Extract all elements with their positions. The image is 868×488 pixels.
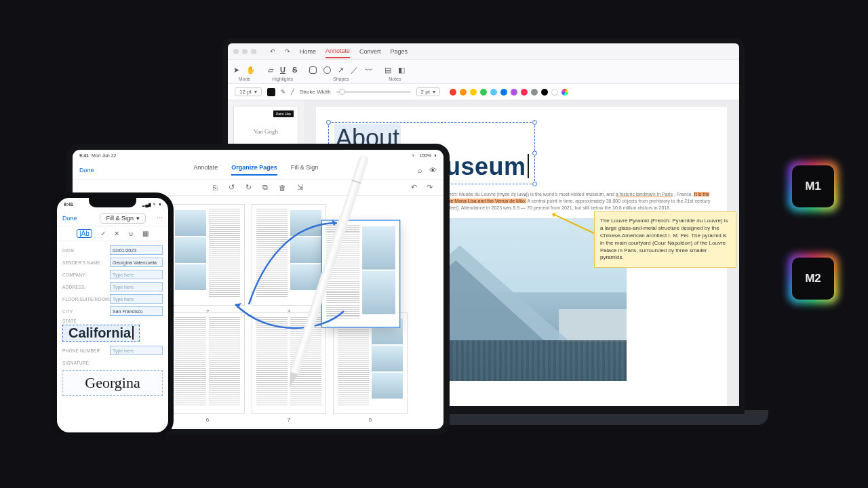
- form-row: PHONE NUMBERType here: [62, 344, 163, 357]
- underline-icon[interactable]: U: [280, 66, 285, 74]
- highlight-icon[interactable]: ▱: [268, 66, 273, 75]
- form-field[interactable]: 02/01/2023: [110, 245, 163, 255]
- form-row: FLOOR/SUITE/ROOM:Type here: [62, 293, 163, 305]
- stroke-width-field[interactable]: 2 pt▾: [416, 87, 440, 96]
- iphone-nav-bar: Done Fill & Sign▾ ⋯: [57, 210, 168, 226]
- color-picker-icon: [561, 89, 568, 96]
- tab-annotate[interactable]: Annotate: [193, 164, 218, 176]
- form-row: STATE: [62, 319, 163, 323]
- page-thumbnail[interactable]: 8: [333, 312, 408, 414]
- page-thumbnail[interactable]: 6: [170, 312, 245, 414]
- wifi-icon: ᯤ: [153, 202, 157, 207]
- form-field[interactable]: Type here: [110, 346, 163, 355]
- tab-home[interactable]: Home: [300, 45, 316, 58]
- cross-icon[interactable]: ✕: [114, 230, 119, 237]
- duplicate-icon[interactable]: ⧉: [262, 183, 268, 192]
- annotation-note[interactable]: The Louvre Pyramid (French: Pyramide du …: [594, 211, 736, 268]
- battery-icon: ▮: [434, 153, 437, 158]
- form-row: SIGNATURE:: [62, 357, 163, 369]
- form-field[interactable]: Type here: [110, 294, 163, 304]
- tool-group-shapes: ↗ ／ 〰 Shapes: [309, 64, 372, 83]
- battery-icon: ▮: [159, 202, 161, 207]
- form-field[interactable]: San Francisco: [110, 306, 163, 316]
- signal-icon: ▂▄▆: [142, 202, 151, 207]
- insert-page-icon[interactable]: ⎘: [213, 184, 218, 192]
- profile-icon[interactable]: ☺: [127, 230, 134, 237]
- ipad-status-bar: 9:41 Mon Jun 22 ᯤ 100% ▮: [73, 150, 443, 161]
- extract-icon[interactable]: ⇲: [297, 183, 303, 192]
- mode-selector[interactable]: Fill & Sign▾: [100, 213, 146, 224]
- apple-m2-chip-badge: M2: [792, 258, 834, 300]
- form-field[interactable]: Georgina Valenzuela: [110, 258, 163, 267]
- mac-tab-bar: ↶ ↷ Home Annotate Convert Pages: [228, 43, 739, 60]
- chevron-down-icon: ▾: [136, 215, 140, 222]
- stroke-width-label: Stroke Width: [300, 89, 331, 95]
- tool-group-notes: ▤ ◧ Notes: [384, 64, 405, 83]
- signature-field[interactable]: Georgina: [62, 370, 163, 396]
- form-row: COMPANY:Type here: [62, 268, 163, 281]
- form-field[interactable]: Type here: [110, 282, 163, 291]
- iphone-fill-toolbar: |Ab ✓ ✕ ☺ ▦: [57, 226, 168, 241]
- fill-color-swatch[interactable]: [267, 88, 275, 96]
- font-size-field[interactable]: 12 pt▾: [235, 87, 262, 96]
- ipad-nav-bar: Done Annotate Organize Pages Fill & Sign…: [73, 161, 443, 180]
- form-field[interactable]: Type here: [110, 270, 163, 279]
- line-tool-icon[interactable]: ╱: [291, 89, 294, 95]
- text-field-tool-icon[interactable]: |Ab: [77, 229, 92, 238]
- rotate-right-icon[interactable]: ↻: [245, 183, 252, 192]
- chevron-down-icon: ▾: [433, 89, 435, 95]
- form-row: SENDER'S NAMEGeorgina Valenzuela: [62, 256, 163, 268]
- text-cursor: [528, 154, 529, 178]
- page-thumbnail[interactable]: 3: [252, 204, 326, 306]
- window-controls[interactable]: [233, 49, 256, 54]
- chevron-down-icon: ▾: [254, 89, 257, 95]
- form-row: DATE02/01/2023: [62, 244, 163, 256]
- delete-icon[interactable]: 🗑: [279, 184, 286, 192]
- redo-icon[interactable]: ↷: [285, 48, 290, 55]
- image-icon[interactable]: ▦: [142, 230, 149, 237]
- hand-icon[interactable]: ✋: [246, 66, 256, 75]
- text-cursor: [132, 326, 134, 340]
- more-icon[interactable]: ⋯: [157, 215, 163, 222]
- rotate-left-icon[interactable]: ↺: [229, 183, 235, 192]
- tab-annotate[interactable]: Annotate: [326, 45, 350, 58]
- page-thumbnail[interactable]: 7: [252, 312, 326, 414]
- form-row: CITYSan Francisco: [62, 305, 163, 317]
- form-area: DATE02/01/2023 SENDER'S NAMEGeorgina Val…: [57, 241, 168, 399]
- mac-ribbon: ➤ ✋ Mode ▱ U S Highlights ↗ ／: [228, 60, 739, 84]
- arrow-icon[interactable]: ↗: [338, 66, 344, 75]
- iphone-device: 9:41 ▂▄▆ ᯤ ▮ Done Fill & Sign▾ ⋯ |Ab ✓ ✕…: [52, 192, 174, 438]
- apple-m1-chip-badge: M1: [792, 165, 834, 207]
- tab-convert[interactable]: Convert: [359, 45, 381, 58]
- form-row: ADDRESS:Type here: [62, 281, 163, 293]
- mac-format-bar: 12 pt▾ ✎ ╱ Stroke Width 2 pt▾: [228, 84, 739, 100]
- sticky-icon[interactable]: ◧: [398, 66, 405, 75]
- page-thumbnail[interactable]: 2: [170, 204, 245, 306]
- tool-group-mode: ➤ ✋ Mode: [233, 64, 256, 83]
- undo-icon[interactable]: ↶: [270, 48, 275, 55]
- tool-group-highlights: ▱ U S Highlights: [268, 64, 297, 83]
- tab-organize-pages[interactable]: Organize Pages: [231, 164, 277, 176]
- color-palette[interactable]: [450, 89, 568, 96]
- pen-icon[interactable]: ✎: [281, 89, 285, 95]
- view-icon[interactable]: 👁: [429, 166, 437, 174]
- redo-icon[interactable]: ↷: [427, 183, 433, 192]
- iphone-notch: [89, 198, 136, 207]
- line-icon[interactable]: ／: [351, 65, 358, 75]
- undo-icon[interactable]: ↶: [411, 183, 417, 192]
- strike-icon[interactable]: S: [292, 66, 297, 74]
- rounded-rect-icon[interactable]: [309, 66, 317, 74]
- circle-icon[interactable]: [323, 66, 331, 74]
- note-icon[interactable]: ▤: [384, 66, 391, 75]
- tab-fill-sign[interactable]: Fill & Sign: [291, 164, 319, 176]
- checkmark-icon[interactable]: ✓: [100, 230, 106, 237]
- done-button[interactable]: Done: [79, 167, 94, 174]
- search-icon[interactable]: ⌕: [418, 166, 422, 174]
- done-button[interactable]: Done: [62, 215, 77, 222]
- stroke-width-slider[interactable]: [336, 91, 411, 93]
- cursor-icon[interactable]: ➤: [233, 66, 239, 75]
- freehand-icon[interactable]: 〰: [365, 66, 372, 74]
- tab-pages[interactable]: Pages: [391, 45, 408, 58]
- wifi-icon: ᯤ: [412, 153, 416, 158]
- active-text-field[interactable]: California: [62, 325, 140, 342]
